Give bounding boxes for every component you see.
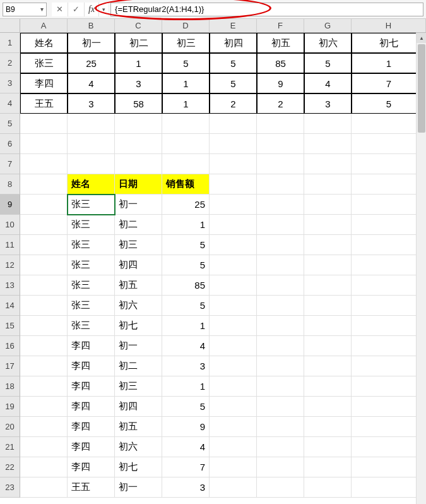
empty-cell[interactable] — [210, 376, 257, 397]
row-header[interactable]: 14 — [0, 296, 20, 316]
empty-cell[interactable] — [162, 134, 210, 154]
list-cell[interactable]: 李四 — [68, 376, 115, 397]
list-cell[interactable]: 初五 — [115, 275, 162, 296]
empty-cell[interactable] — [304, 296, 352, 316]
list-cell[interactable]: 李四 — [68, 336, 115, 356]
empty-cell[interactable] — [257, 255, 304, 275]
scroll-thumb[interactable] — [418, 44, 425, 133]
empty-cell[interactable] — [257, 114, 304, 134]
list-cell[interactable]: 张三 — [68, 275, 115, 296]
list-cell[interactable]: 初一 — [115, 195, 162, 215]
empty-cell[interactable] — [257, 397, 304, 417]
empty-cell[interactable] — [210, 397, 257, 417]
empty-cell[interactable] — [20, 235, 68, 255]
chevron-down-icon[interactable]: ▾ — [40, 6, 44, 13]
cancel-formula-button[interactable]: ✕ — [52, 3, 68, 16]
empty-cell[interactable] — [210, 296, 257, 316]
list-cell[interactable]: 初四 — [115, 255, 162, 275]
empty-cell[interactable] — [352, 195, 426, 215]
list-cell[interactable]: 初六 — [115, 437, 162, 457]
col-header[interactable]: H — [352, 19, 426, 32]
list-cell[interactable]: 5 — [162, 255, 210, 275]
table-cell[interactable]: 7 — [352, 73, 426, 93]
empty-cell[interactable] — [304, 114, 352, 134]
table-cell[interactable]: 5 — [210, 73, 257, 93]
empty-cell[interactable] — [257, 235, 304, 255]
empty-cell[interactable] — [304, 417, 352, 437]
row-header[interactable]: 6 — [0, 134, 20, 154]
empty-cell[interactable] — [20, 356, 68, 376]
empty-cell[interactable] — [20, 417, 68, 437]
empty-cell[interactable] — [257, 336, 304, 356]
row-header[interactable]: 9 — [0, 195, 20, 215]
row-header[interactable]: 5 — [0, 114, 20, 134]
table-cell[interactable]: 3 — [304, 93, 352, 114]
col-header[interactable]: A — [20, 19, 68, 32]
empty-cell[interactable] — [352, 235, 426, 255]
list-cell[interactable]: 25 — [162, 195, 210, 215]
empty-cell[interactable] — [20, 457, 68, 477]
row-header[interactable]: 1 — [0, 33, 20, 53]
list-cell[interactable]: 7 — [162, 457, 210, 477]
empty-cell[interactable] — [304, 437, 352, 457]
list-cell[interactable]: 李四 — [68, 356, 115, 376]
table-header-cell[interactable]: 初五 — [257, 33, 304, 53]
empty-cell[interactable] — [257, 376, 304, 397]
table-header-cell[interactable]: 姓名 — [20, 33, 68, 53]
table-cell[interactable]: 1 — [115, 53, 162, 73]
row-header[interactable]: 23 — [0, 477, 20, 498]
empty-cell[interactable] — [304, 134, 352, 154]
empty-cell[interactable] — [257, 154, 304, 174]
yellow-header-cell[interactable]: 姓名 — [68, 174, 115, 195]
empty-cell[interactable] — [257, 417, 304, 437]
list-cell[interactable]: 李四 — [68, 457, 115, 477]
empty-cell[interactable] — [20, 397, 68, 417]
empty-cell[interactable] — [20, 477, 68, 498]
row-header[interactable]: 17 — [0, 356, 20, 376]
list-cell[interactable]: 王五 — [68, 477, 115, 498]
empty-cell[interactable] — [304, 376, 352, 397]
empty-cell[interactable] — [352, 437, 426, 457]
empty-cell[interactable] — [210, 235, 257, 255]
empty-cell[interactable] — [257, 296, 304, 316]
list-cell[interactable]: 初二 — [115, 215, 162, 235]
list-cell[interactable]: 5 — [162, 397, 210, 417]
list-cell[interactable]: 张三 — [68, 235, 115, 255]
empty-cell[interactable] — [210, 457, 257, 477]
row-header[interactable]: 11 — [0, 235, 20, 255]
empty-cell[interactable] — [352, 114, 426, 134]
table-cell[interactable]: 2 — [210, 93, 257, 114]
table-header-cell[interactable]: 初七 — [352, 33, 426, 53]
table-cell[interactable]: 5 — [162, 53, 210, 73]
empty-cell[interactable] — [210, 154, 257, 174]
empty-cell[interactable] — [20, 215, 68, 235]
empty-cell[interactable] — [20, 114, 68, 134]
empty-cell[interactable] — [68, 154, 115, 174]
empty-cell[interactable] — [257, 457, 304, 477]
select-all-corner[interactable] — [0, 19, 20, 32]
scroll-up-button[interactable]: ▲ — [417, 33, 426, 43]
formula-input[interactable]: {=ETRegular2(A1:H4,1)} — [110, 3, 423, 16]
list-cell[interactable]: 初二 — [115, 356, 162, 376]
empty-cell[interactable] — [304, 235, 352, 255]
empty-cell[interactable] — [115, 154, 162, 174]
col-header[interactable]: C — [115, 19, 162, 32]
row-header[interactable]: 22 — [0, 457, 20, 477]
list-cell[interactable]: 初七 — [115, 457, 162, 477]
empty-cell[interactable] — [20, 174, 68, 195]
empty-cell[interactable] — [20, 296, 68, 316]
empty-cell[interactable] — [210, 134, 257, 154]
empty-cell[interactable] — [115, 134, 162, 154]
list-cell[interactable]: 李四 — [68, 437, 115, 457]
empty-cell[interactable] — [210, 437, 257, 457]
empty-cell[interactable] — [352, 316, 426, 336]
table-cell[interactable]: 3 — [68, 93, 115, 114]
empty-cell[interactable] — [257, 316, 304, 336]
list-cell[interactable]: 张三 — [68, 316, 115, 336]
table-cell[interactable]: 9 — [257, 73, 304, 93]
table-cell[interactable]: 1 — [162, 93, 210, 114]
table-header-cell[interactable]: 初六 — [304, 33, 352, 53]
table-cell[interactable]: 1 — [162, 73, 210, 93]
empty-cell[interactable] — [304, 356, 352, 376]
row-header[interactable]: 3 — [0, 73, 20, 93]
